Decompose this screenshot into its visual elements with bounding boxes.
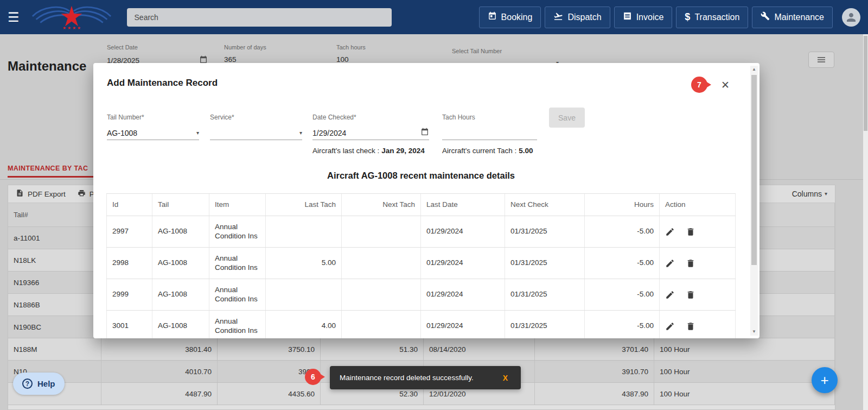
- page-scrollbar[interactable]: [863, 34, 868, 410]
- recent-maintenance-table: Id Tail Item Last Tach Next Tach Last Da…: [106, 193, 736, 338]
- scroll-up-icon[interactable]: ▲: [750, 66, 758, 73]
- cell-next-tach: [342, 311, 421, 338]
- modal-scrollbar[interactable]: ▲ ▼: [750, 66, 758, 336]
- last-check-value: Jan 29, 2024: [381, 147, 425, 155]
- booking-button[interactable]: Booking: [479, 7, 541, 28]
- wrench-icon: [761, 11, 770, 23]
- date-checked-label: Date Checked*: [312, 113, 429, 121]
- close-icon[interactable]: ✕: [719, 78, 732, 92]
- invoice-receipt-icon: [623, 11, 632, 23]
- question-mark-icon: ?: [22, 379, 33, 389]
- snackbar-dismiss-button[interactable]: X: [500, 373, 511, 383]
- nav-button-group: Booking Dispatch Invoice $ Transaction: [479, 7, 860, 28]
- maintenance-button[interactable]: Maintenance: [752, 7, 833, 28]
- top-navbar: ☰ ★ ★ ★ ★ Booking: [0, 0, 868, 34]
- cell-last-tach: [266, 279, 342, 310]
- service-label: Service*: [210, 113, 302, 121]
- delete-icon[interactable]: [686, 227, 695, 237]
- scrollbar-thumb[interactable]: [751, 75, 757, 265]
- tach-hours-label: Tach Hours: [442, 113, 537, 121]
- service-select[interactable]: Service* ▾: [210, 113, 302, 140]
- app-screen: ☰ ★ ★ ★ ★ Booking: [0, 0, 868, 410]
- column-header-tail: Tail: [152, 194, 209, 216]
- maintenance-record-row: 2998 AG-1008 Annual Condition Ins 5.00 0…: [106, 248, 736, 279]
- cell-next-check: 01/31/2025: [505, 248, 585, 279]
- dispatch-plane-icon: [553, 11, 563, 23]
- dollar-icon: $: [685, 11, 690, 23]
- invoice-label: Invoice: [636, 12, 664, 22]
- help-button[interactable]: ? Help: [13, 373, 65, 395]
- maintenance-record-row: 2999 AG-1008 Annual Condition Ins 01/29/…: [106, 279, 736, 311]
- last-check-note: Aircraft's last check : Jan 29, 2024: [312, 147, 425, 155]
- cell-next-tach: [342, 279, 421, 310]
- edit-icon[interactable]: [665, 227, 675, 237]
- calendar-icon[interactable]: [420, 128, 429, 138]
- cell-last-tach: 5.00: [266, 248, 342, 279]
- add-record-fab[interactable]: +: [812, 367, 838, 393]
- tail-number-value: AG-1008: [107, 129, 137, 137]
- cell-tail: AG-1008: [152, 216, 209, 247]
- cell-hours: -5.00: [585, 216, 660, 247]
- column-header-action: Action: [660, 194, 736, 216]
- scroll-down-icon[interactable]: ▼: [750, 328, 758, 336]
- edit-icon[interactable]: [665, 258, 675, 268]
- delete-icon[interactable]: [686, 321, 695, 331]
- tail-number-select[interactable]: Tail Number* AG-1008 ▾: [107, 113, 199, 140]
- chevron-down-icon: ▾: [196, 130, 199, 136]
- last-check-label: Aircraft's last check :: [312, 147, 379, 155]
- cell-next-check: 01/31/2025: [505, 311, 585, 338]
- cell-next-tach: [342, 248, 421, 279]
- current-tach-label: Aircraft's current Tach :: [442, 147, 516, 155]
- cell-hours: -5.00: [585, 279, 660, 310]
- page-scrollbar-thumb[interactable]: [864, 36, 867, 131]
- cell-tail: AG-1008: [152, 248, 209, 279]
- recent-maintenance-heading: Aircraft AG-1008 recent maintenance deta…: [106, 171, 736, 181]
- cell-tail: AG-1008: [152, 311, 209, 338]
- current-tach-note: Aircraft's current Tach : 5.00: [442, 147, 533, 155]
- chevron-down-icon: ▾: [299, 130, 302, 136]
- save-button[interactable]: Save: [549, 108, 585, 128]
- column-header-next-tach: Next Tach: [342, 194, 421, 216]
- hamburger-menu-icon[interactable]: ☰: [8, 11, 20, 24]
- delete-icon[interactable]: [686, 258, 695, 268]
- tach-hours-input[interactable]: Tach Hours: [442, 113, 537, 140]
- cell-item: Annual Condition Ins: [209, 248, 266, 279]
- column-header-hours: Hours: [585, 194, 660, 216]
- tail-number-label: Tail Number*: [107, 113, 199, 121]
- cell-id: 2997: [106, 216, 152, 247]
- current-tach-value: 5.00: [519, 147, 533, 155]
- column-header-next-check: Next Check: [505, 194, 585, 216]
- search-input[interactable]: [127, 8, 392, 27]
- edit-icon[interactable]: [665, 321, 675, 331]
- transaction-label: Transaction: [694, 12, 739, 22]
- cell-next-check: 01/31/2025: [505, 216, 585, 247]
- column-header-item: Item: [209, 194, 266, 216]
- maintenance-record-row: 2997 AG-1008 Annual Condition Ins 01/29/…: [106, 216, 736, 248]
- snackbar-message: Maintenance record deleted successfully.: [340, 374, 500, 382]
- cell-next-tach: [342, 216, 421, 247]
- edit-icon[interactable]: [665, 290, 675, 300]
- dispatch-label: Dispatch: [567, 12, 601, 22]
- cell-tail: AG-1008: [152, 279, 209, 310]
- cell-last-date: 01/29/2024: [421, 279, 505, 310]
- user-avatar[interactable]: [842, 8, 860, 27]
- dialog-title: Add Maintenance Record: [107, 78, 218, 89]
- help-label: Help: [37, 379, 55, 388]
- column-header-last-tach: Last Tach: [266, 194, 342, 216]
- dispatch-button[interactable]: Dispatch: [545, 7, 610, 28]
- date-checked-value: 1/29/2024: [312, 129, 346, 137]
- delete-icon[interactable]: [686, 290, 695, 300]
- transaction-button[interactable]: $ Transaction: [676, 7, 748, 28]
- cell-last-tach: [266, 216, 342, 247]
- date-checked-field[interactable]: Date Checked* 1/29/2024: [312, 113, 429, 140]
- cell-hours: -5.00: [585, 248, 660, 279]
- maintenance-label: Maintenance: [774, 12, 824, 22]
- invoice-button[interactable]: Invoice: [614, 7, 673, 28]
- cell-hours: -5.00: [585, 311, 660, 338]
- cell-last-date: 01/29/2024: [421, 216, 505, 247]
- cell-item: Annual Condition Ins: [209, 311, 266, 338]
- annotation-marker-7: 7: [691, 77, 707, 93]
- maintenance-record-row: 3001 AG-1008 Annual Condition Ins 4.00 0…: [106, 311, 736, 338]
- cell-id: 3001: [106, 311, 152, 338]
- booking-label: Booking: [501, 12, 533, 22]
